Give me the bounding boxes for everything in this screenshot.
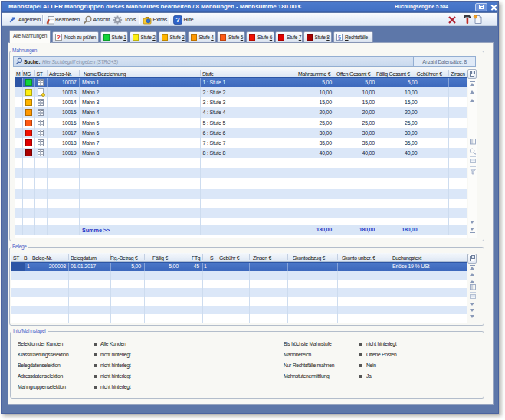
svg-text:?: ?: [175, 16, 180, 24]
